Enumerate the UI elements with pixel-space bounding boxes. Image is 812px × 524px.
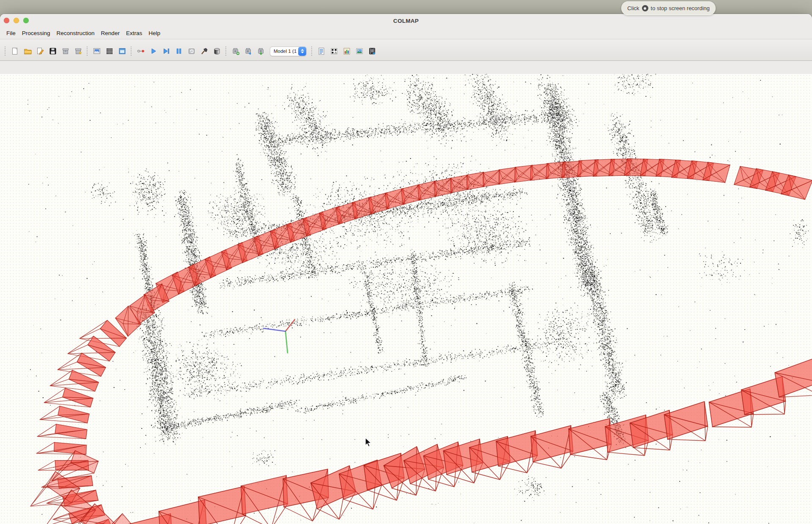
show-log-button[interactable] [315, 45, 328, 57]
edit-project-icon [36, 46, 45, 56]
export-model-button[interactable] [72, 45, 85, 57]
reconstruction-start-button[interactable] [147, 45, 160, 57]
toolbar: Model 1 (1 [0, 39, 812, 61]
menu-render[interactable]: Render [101, 29, 120, 37]
desktop: { "window": { "title": "COLMAP" }, "menu… [0, 0, 812, 524]
feature-extraction-button[interactable] [91, 45, 103, 57]
dense-reconstruction-button[interactable] [242, 45, 255, 57]
save-project-button[interactable] [47, 45, 59, 57]
model-select[interactable]: Model 1 (1 [270, 46, 307, 56]
menu-help[interactable]: Help [148, 29, 161, 37]
feature-extraction-icon [92, 46, 102, 56]
chevron-down-icon [301, 52, 304, 53]
titlebar: COLMAP [0, 14, 812, 27]
stepper-icon[interactable] [298, 47, 306, 56]
undistortion-icon [256, 46, 266, 56]
model-viewport[interactable] [0, 74, 812, 524]
automatic-reconstruction-icon [136, 46, 145, 56]
grab-screenshot-button[interactable] [353, 45, 366, 57]
reconstruction-step-icon [162, 46, 171, 56]
dense-reconstruction-icon [244, 46, 253, 56]
undistortion-button[interactable] [255, 45, 267, 57]
reconstruction-canvas[interactable] [0, 74, 812, 524]
menu-processing[interactable]: Processing [22, 29, 51, 37]
open-project-button[interactable] [21, 45, 34, 57]
menu-file[interactable]: File [6, 29, 16, 37]
notification-text-before: Click [627, 5, 639, 11]
reconstruction-reset-icon [187, 46, 196, 56]
window-title: COLMAP [0, 14, 812, 27]
show-log-icon [317, 46, 326, 56]
new-project-button[interactable] [8, 45, 21, 57]
stop-recording-icon [642, 5, 648, 11]
database-management-icon [118, 46, 127, 56]
model-select-value: Model 1 (1 [274, 49, 296, 54]
chevron-up-icon [301, 49, 304, 51]
bundle-adjustment-icon [231, 46, 240, 56]
match-matrix-icon [329, 46, 339, 56]
new-project-icon [10, 46, 19, 56]
menubar: FileProcessingReconstructionRenderExtras… [0, 27, 812, 39]
render-options-icon [212, 46, 222, 56]
menu-extras[interactable]: Extras [126, 29, 143, 37]
reconstruction-options-button[interactable] [198, 45, 211, 57]
screen-recording-notification[interactable]: Click to stop screen recording [621, 1, 716, 15]
notification-text-after: to stop screen recording [651, 5, 710, 11]
reconstruction-pause-button[interactable] [173, 45, 185, 57]
show-statistics-button[interactable] [340, 45, 353, 57]
feature-matching-icon [105, 46, 114, 56]
automatic-reconstruction-button[interactable] [134, 45, 147, 57]
toolbar-separator [5, 46, 5, 56]
show-statistics-icon [342, 46, 351, 56]
colmap-window: COLMAP FileProcessingReconstructionRende… [0, 14, 812, 524]
toolbar-separator [225, 46, 226, 56]
toolbar-separator [311, 46, 312, 56]
reconstruction-step-button[interactable] [160, 45, 173, 57]
mouse-cursor [364, 437, 373, 448]
reconstruction-reset-button[interactable] [185, 45, 198, 57]
toolbar-separator [87, 46, 88, 56]
grab-screenshot-icon [355, 46, 364, 56]
reconstruction-start-icon [149, 46, 158, 56]
open-project-icon [23, 46, 32, 56]
import-model-button[interactable] [59, 45, 72, 57]
reconstruction-pause-icon [174, 46, 184, 56]
export-model-icon [74, 46, 83, 56]
match-matrix-button[interactable] [328, 45, 340, 57]
feature-matching-button[interactable] [103, 45, 116, 57]
save-project-icon [48, 46, 58, 56]
bundle-adjustment-button[interactable] [229, 45, 242, 57]
render-options-button[interactable] [211, 45, 223, 57]
database-management-button[interactable] [116, 45, 129, 57]
toolbar-separator [131, 46, 132, 56]
grab-video-icon [368, 46, 377, 56]
reconstruction-options-icon [200, 46, 209, 56]
grab-video-button[interactable] [366, 45, 379, 57]
edit-project-button[interactable] [34, 45, 47, 57]
menu-reconstruction[interactable]: Reconstruction [56, 29, 95, 37]
import-model-icon [61, 46, 70, 56]
